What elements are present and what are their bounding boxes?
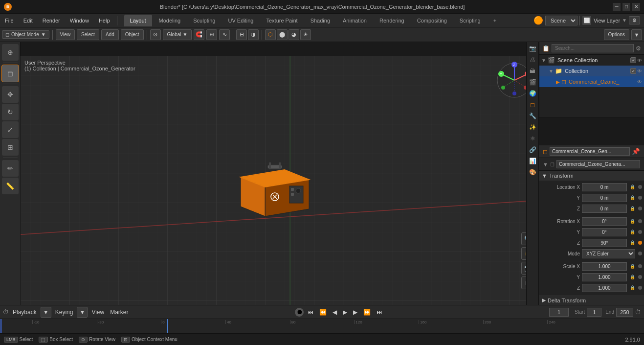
scale-z-value[interactable]: 1.000 <box>582 284 627 292</box>
subobj-expand[interactable]: ▼ <box>543 161 548 167</box>
timeline-view-btn[interactable]: View <box>89 309 106 316</box>
solid-icon[interactable]: ⬤ <box>277 29 288 40</box>
outliner-filter-btn[interactable]: ⚙ <box>636 45 641 52</box>
collection-row[interactable]: ▼ 📁 Collection ✓ 👁 <box>539 66 644 76</box>
subobj-name-field[interactable]: Commercial_Ozone_Genera... <box>556 160 640 168</box>
tab-texture-paint[interactable]: Texture Paint <box>260 15 303 26</box>
transform-header[interactable]: ▼ Transform <box>539 171 644 181</box>
cursor-tool[interactable]: ⊕ <box>2 44 19 61</box>
delta-transform-header[interactable]: ▶ Delta Transform <box>539 295 644 305</box>
close-button[interactable]: ✕ <box>632 3 640 11</box>
menu-edit[interactable]: Edit <box>19 14 38 27</box>
scene-collection-row[interactable]: ▼ 🎬 Scene Collection ✓ 👁 <box>539 55 644 66</box>
location-y-lock[interactable]: 🔒 <box>630 195 635 200</box>
rotation-z-value[interactable]: 90° <box>582 239 627 247</box>
tab-shading[interactable]: Shading <box>305 15 336 26</box>
scale-x-value[interactable]: 1.000 <box>582 262 627 271</box>
add-menu-btn[interactable]: Add <box>101 29 119 40</box>
tab-modeling[interactable]: Modeling <box>153 15 187 26</box>
jump-start-btn[interactable]: ⏮ <box>306 309 315 316</box>
scene-selector[interactable]: Scene <box>545 16 577 25</box>
mode-dropdown[interactable]: ◻ Object Mode ▼ <box>2 30 49 39</box>
scene-collection-chk[interactable]: ✓ <box>630 57 636 63</box>
modifier-props-tab[interactable]: 🔧 <box>527 111 538 121</box>
rotation-x-lock[interactable]: 🔒 <box>630 219 635 224</box>
options-btn[interactable]: Options <box>604 29 629 40</box>
xray-icon[interactable]: ◑ <box>248 29 259 40</box>
tab-animation[interactable]: Animation <box>337 15 373 26</box>
rendered-icon[interactable]: ☀ <box>300 29 311 40</box>
timeline-fps-btn[interactable]: ⏱ <box>635 309 641 316</box>
next-keyframe-btn[interactable]: ▶ <box>351 309 359 316</box>
collection-expand[interactable]: ▼ <box>549 69 554 74</box>
location-z-value[interactable]: 0 m <box>582 205 627 213</box>
rotation-mode-select[interactable]: XYZ Euler <box>582 249 635 258</box>
scene-collection-eye[interactable]: 👁 <box>637 58 642 63</box>
wireframe-icon[interactable]: ⬡ <box>265 29 276 40</box>
options-chevron[interactable]: ▼ <box>631 29 642 40</box>
physics-props-tab[interactable]: ⚛ <box>527 133 538 144</box>
overlay-icon[interactable]: ⊟ <box>236 29 247 40</box>
viewport-canvas[interactable]: User Perspective (1) Collection | Commer… <box>21 56 539 305</box>
render-props-tab[interactable]: 📷 <box>527 43 538 54</box>
select-menu-btn[interactable]: Select <box>77 29 99 40</box>
particles-props-tab[interactable]: ✨ <box>527 122 538 133</box>
view-layer-dropdown-icon[interactable]: ▼ <box>622 18 627 23</box>
scale-z-lock[interactable]: 🔒 <box>630 285 635 290</box>
next-frame-btn[interactable]: ⏩ <box>361 309 373 316</box>
transform-tool[interactable]: ⊞ <box>2 139 19 156</box>
material-icon[interactable]: ◕ <box>289 29 299 40</box>
proportional-icon[interactable]: ⊚ <box>206 29 217 40</box>
tab-uv-editing[interactable]: UV Editing <box>222 15 259 26</box>
minimize-button[interactable]: ─ <box>613 3 621 11</box>
rotation-y-lock[interactable]: 🔒 <box>630 230 635 234</box>
scene-collection-expand[interactable]: ▼ <box>541 58 546 63</box>
outliner-search[interactable] <box>552 44 634 52</box>
select-tool[interactable]: ◻ <box>2 65 19 82</box>
keying-btn[interactable]: Keying <box>53 309 75 316</box>
jump-end-btn[interactable]: ⏭ <box>375 309 384 316</box>
end-frame[interactable]: 250 <box>616 308 633 317</box>
rotation-x-value[interactable]: 0° <box>582 217 627 226</box>
location-y-value[interactable]: 0 m <box>582 194 627 202</box>
playback-btn[interactable]: Playback <box>11 309 39 316</box>
timeline-body[interactable]: -10 -30 0 40 80 120 160 200 240 <box>0 319 644 333</box>
start-frame[interactable]: 1 <box>587 308 601 317</box>
menu-render[interactable]: Render <box>38 14 65 27</box>
tab-scripting[interactable]: Scripting <box>454 15 487 26</box>
keying-chevron[interactable]: ▼ <box>77 307 88 318</box>
rotation-y-value[interactable]: 0° <box>582 228 627 236</box>
playhead[interactable] <box>167 319 168 333</box>
falloff-icon[interactable]: ∿ <box>219 29 230 40</box>
transform-dropdown[interactable]: Global ▼ <box>163 29 192 40</box>
move-tool[interactable]: ✥ <box>2 86 19 103</box>
annotate-tool[interactable]: ✏ <box>2 160 19 177</box>
object-menu-btn[interactable]: Object <box>121 29 144 40</box>
scale-y-value[interactable]: 1.000 <box>582 273 627 281</box>
playback-chevron[interactable]: ▼ <box>41 307 51 318</box>
object-row[interactable]: ▶ ◻ Commercial_Ozone_ 👁 <box>539 76 644 87</box>
prev-keyframe-btn[interactable]: ◀ <box>331 309 339 316</box>
tab-sculpting[interactable]: Sculpting <box>187 15 221 26</box>
menu-help[interactable]: Help <box>94 14 115 27</box>
obj-pin-btn[interactable]: 📌 <box>632 148 640 155</box>
record-btn[interactable]: ⏺ <box>295 308 304 317</box>
menu-window[interactable]: Window <box>65 14 94 27</box>
tab-compositing[interactable]: Compositing <box>411 15 453 26</box>
location-z-lock[interactable]: 🔒 <box>630 206 635 211</box>
pivot-icon[interactable]: ⊙ <box>150 29 161 40</box>
view-layer-props-tab[interactable]: 🏔 <box>527 66 538 76</box>
maximize-button[interactable]: □ <box>622 3 630 11</box>
constraints-props-tab[interactable]: 🔗 <box>527 144 538 155</box>
obj-name-field[interactable]: Commercial_Ozone_Gen... <box>550 147 630 156</box>
world-props-tab[interactable]: 🌍 <box>527 88 538 99</box>
output-props-tab[interactable]: 🖨 <box>527 54 538 65</box>
prev-frame-btn[interactable]: ⏪ <box>317 309 329 316</box>
menu-file[interactable]: File <box>0 14 19 27</box>
location-x-lock[interactable]: 🔒 <box>630 184 635 189</box>
tab-rendering[interactable]: Rendering <box>374 15 410 26</box>
measure-tool[interactable]: 📏 <box>2 178 19 194</box>
view-menu-btn[interactable]: View <box>56 29 75 40</box>
tab-add[interactable]: + <box>488 15 502 26</box>
tab-layout[interactable]: Layout <box>124 15 152 26</box>
